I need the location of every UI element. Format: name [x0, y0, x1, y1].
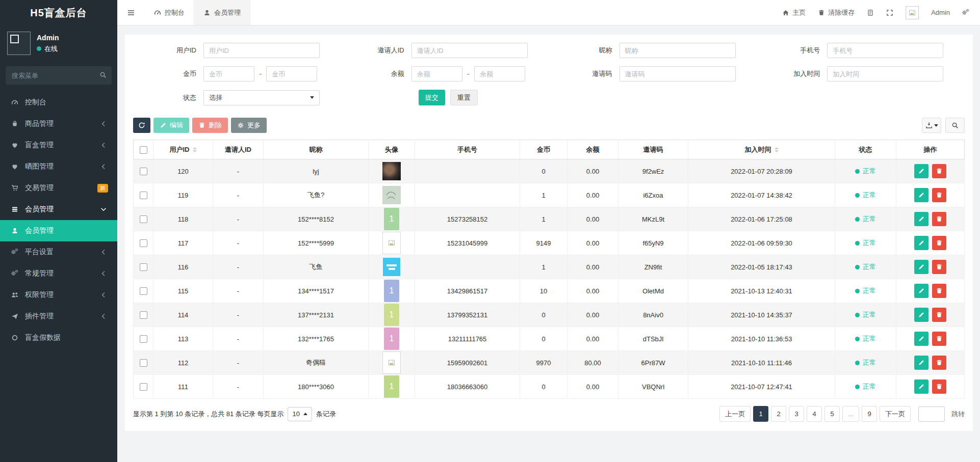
plane-icon [11, 313, 19, 320]
row-delete-button[interactable] [932, 308, 946, 322]
inviter-id-input[interactable] [411, 43, 528, 58]
row-checkbox[interactable] [140, 359, 147, 367]
page-button-3[interactable]: 3 [789, 406, 804, 422]
submit-button[interactable]: 提交 [419, 90, 445, 105]
column-header: 邀请码 [618, 140, 688, 159]
cell-invite-code: dTSbJl [618, 327, 688, 351]
row-edit-button[interactable] [914, 212, 929, 226]
gears-icon[interactable] [962, 9, 969, 16]
cart-icon [11, 184, 19, 192]
balance-max-input[interactable] [474, 66, 525, 81]
cell-inviter: - [213, 159, 264, 183]
row-edit-button[interactable] [914, 284, 929, 298]
row-delete-button[interactable] [932, 332, 946, 346]
row-edit-button[interactable] [914, 308, 929, 322]
admin-username[interactable]: Admin [931, 9, 950, 16]
sidebar-item-trade[interactable]: 交易管理新 [0, 177, 117, 199]
row-delete-button[interactable] [932, 212, 946, 226]
fullscreen-icon[interactable] [886, 9, 893, 16]
page-button-2[interactable]: 2 [771, 406, 786, 422]
user-id-input[interactable] [203, 43, 320, 58]
invite-code-input[interactable] [620, 66, 736, 81]
row-checkbox[interactable] [140, 383, 147, 391]
row-checkbox[interactable] [140, 263, 147, 271]
sidebar-item-general[interactable]: 常规管理 [0, 263, 117, 284]
export-button[interactable] [922, 118, 941, 133]
nickname-input[interactable] [620, 43, 736, 58]
row-checkbox[interactable] [140, 192, 147, 199]
refresh-button[interactable] [133, 118, 150, 133]
sidebar-item-blindbox[interactable]: 盲盒管理 [0, 134, 117, 156]
phone-input[interactable] [827, 43, 943, 58]
select-all-checkbox[interactable] [140, 146, 147, 154]
trash-icon [936, 359, 943, 366]
row-checkbox[interactable] [140, 311, 147, 319]
admin-avatar[interactable] [906, 6, 919, 19]
gold-min-input[interactable] [203, 66, 254, 81]
search-toggle-button[interactable] [945, 118, 965, 133]
doc-icon[interactable] [867, 9, 874, 16]
sidebar-item-plugin[interactable]: 插件管理 [0, 306, 117, 327]
sidebar-item-dashboard[interactable]: 控制台 [0, 92, 117, 113]
row-delete-button[interactable] [932, 164, 946, 178]
row-delete-button[interactable] [932, 188, 946, 202]
join-time-input[interactable] [827, 66, 943, 81]
gold-max-input[interactable] [266, 66, 317, 81]
delete-button[interactable]: 删除 [192, 118, 228, 133]
jump-page-input[interactable] [918, 406, 945, 422]
row-delete-button[interactable] [932, 260, 946, 274]
page-button-4[interactable]: 4 [807, 406, 822, 422]
jump-button[interactable]: 跳转 [951, 410, 965, 419]
per-page-select[interactable]: 10 [288, 407, 312, 421]
cell-inviter: - [213, 303, 264, 327]
reset-button[interactable]: 重置 [450, 90, 478, 105]
bag-icon [11, 120, 19, 127]
tab-dashboard[interactable]: 控制台 [145, 0, 194, 25]
pencil-icon [918, 311, 925, 318]
sidebar-item-photos[interactable]: 晒图管理 [0, 156, 117, 177]
page-button-9[interactable]: 9 [862, 406, 877, 422]
row-checkbox[interactable] [140, 168, 147, 175]
row-delete-button[interactable] [932, 236, 946, 250]
sidebar-item-platform[interactable]: 平台设置 [0, 241, 117, 263]
sidebar-item-member[interactable]: 会员管理 [0, 220, 117, 241]
prev-page-button[interactable]: 上一页 [719, 406, 751, 422]
column-header[interactable]: 加入时间 [688, 140, 835, 159]
sidebar-item-member-group[interactable]: 会员管理 [0, 199, 117, 220]
next-page-button[interactable]: 下一页 [880, 406, 911, 422]
row-edit-button[interactable] [914, 379, 929, 394]
sidebar-item-goods[interactable]: 商品管理 [0, 113, 117, 134]
row-delete-button[interactable] [932, 284, 946, 298]
balance-min-input[interactable] [411, 66, 462, 81]
sidebar-item-permission[interactable]: 权限管理 [0, 284, 117, 306]
cell-user-id: 115 [153, 279, 213, 303]
row-edit-button[interactable] [914, 356, 929, 370]
status-select[interactable]: 选择 [203, 90, 320, 105]
column-header[interactable]: 用户ID [153, 140, 213, 159]
home-link[interactable]: 主页 [782, 8, 806, 17]
edit-button[interactable]: 编辑 [153, 118, 189, 133]
page-button-5[interactable]: 5 [824, 406, 840, 422]
pencil-icon [918, 239, 925, 247]
row-checkbox[interactable] [140, 335, 147, 343]
hamburger-icon[interactable] [117, 0, 145, 25]
row-checkbox[interactable] [140, 287, 147, 295]
sidebar-item-fake-data[interactable]: 盲盒假数据 [0, 327, 117, 348]
page-button-1[interactable]: 1 [753, 406, 768, 422]
cell-nickname: 180****3060 [264, 375, 369, 399]
row-edit-button[interactable] [914, 332, 929, 346]
row-delete-button[interactable] [932, 356, 946, 370]
cell-phone: 15959092601 [415, 351, 520, 375]
row-delete-button[interactable] [932, 379, 946, 394]
row-edit-button[interactable] [914, 164, 929, 178]
clear-cache-link[interactable]: 清除缓存 [818, 8, 855, 17]
tab-member[interactable]: 会员管理 [194, 0, 250, 25]
row-edit-button[interactable] [914, 236, 929, 250]
more-button[interactable]: 更多 [231, 118, 267, 133]
row-edit-button[interactable] [914, 188, 929, 202]
row-edit-button[interactable] [914, 260, 929, 274]
trash-icon [936, 383, 943, 390]
row-checkbox[interactable] [140, 239, 147, 247]
row-checkbox[interactable] [140, 215, 147, 223]
menu-search-input[interactable] [6, 66, 112, 85]
